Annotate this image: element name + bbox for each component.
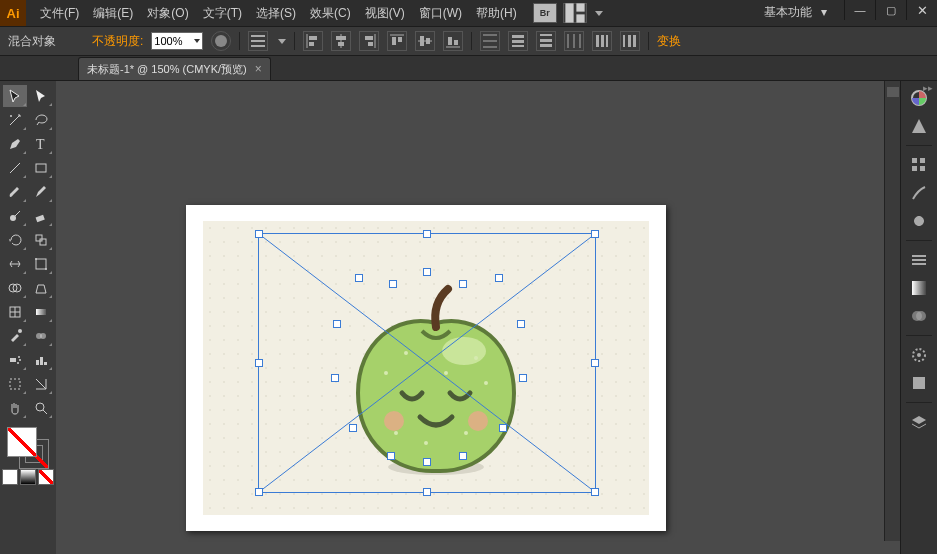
anchor-point[interactable] (349, 424, 357, 432)
tool-gradient[interactable] (29, 301, 53, 323)
maximize-button[interactable]: ▢ (875, 0, 906, 20)
chevron-down-icon[interactable] (595, 11, 603, 16)
color-guide-panel-icon[interactable] (907, 115, 931, 137)
align-right-icon[interactable] (359, 31, 379, 51)
anchor-point[interactable] (389, 280, 397, 288)
stroke-panel-icon[interactable] (907, 249, 931, 271)
anchor-point[interactable] (519, 374, 527, 382)
graphic-styles-panel-icon[interactable] (907, 372, 931, 394)
tool-selection[interactable] (3, 85, 27, 107)
tool-magic-wand[interactable] (3, 109, 27, 131)
distribute-h-left-icon[interactable] (564, 31, 584, 51)
tool-scale[interactable] (29, 229, 53, 251)
layers-panel-icon[interactable] (907, 411, 931, 433)
appearance-panel-icon[interactable] (907, 344, 931, 366)
artboard[interactable] (186, 205, 666, 531)
align-bottom-icon[interactable] (443, 31, 463, 51)
brushes-panel-icon[interactable] (907, 182, 931, 204)
tool-symbol-sprayer[interactable] (3, 349, 27, 371)
tool-pen[interactable] (3, 133, 27, 155)
opacity-input[interactable]: 100% (151, 32, 203, 50)
fill-swatch[interactable] (7, 427, 37, 457)
anchor-point[interactable] (499, 424, 507, 432)
none-mode-icon[interactable] (38, 469, 54, 485)
handle-br[interactable] (591, 488, 599, 496)
anchor-point[interactable] (331, 374, 339, 382)
tool-line[interactable] (3, 157, 27, 179)
anchor-point[interactable] (423, 268, 431, 276)
workspace-switcher[interactable]: 基本功能 ▾ (764, 4, 827, 21)
tool-column-graph[interactable] (29, 349, 53, 371)
tool-hand[interactable] (3, 397, 27, 419)
swatches-panel-icon[interactable] (907, 154, 931, 176)
align-top-icon[interactable] (387, 31, 407, 51)
menu-select[interactable]: 选择(S) (250, 1, 302, 26)
align-vcenter-icon[interactable] (415, 31, 435, 51)
transparency-panel-icon[interactable] (907, 305, 931, 327)
tool-type[interactable]: T (29, 133, 53, 155)
menu-edit[interactable]: 编辑(E) (87, 1, 139, 26)
tool-direct-selection[interactable] (29, 85, 53, 107)
handle-bl[interactable] (255, 488, 263, 496)
menu-view[interactable]: 视图(V) (359, 1, 411, 26)
symbols-panel-icon[interactable] (907, 210, 931, 232)
distribute-v-center-icon[interactable] (508, 31, 528, 51)
tool-pencil[interactable] (29, 181, 53, 203)
handle-ml[interactable] (255, 359, 263, 367)
anchor-point[interactable] (495, 274, 503, 282)
distribute-h-right-icon[interactable] (620, 31, 640, 51)
anchor-point[interactable] (459, 280, 467, 288)
transform-link[interactable]: 变换 (657, 33, 681, 50)
menu-file[interactable]: 文件(F) (34, 1, 85, 26)
anchor-point[interactable] (333, 320, 341, 328)
anchor-point[interactable] (517, 320, 525, 328)
tool-rectangle[interactable] (29, 157, 53, 179)
gradient-mode-icon[interactable] (20, 469, 36, 485)
scrollbar-thumb[interactable] (887, 87, 899, 97)
chevron-down-icon[interactable] (278, 39, 286, 44)
tool-free-transform[interactable] (29, 253, 53, 275)
handle-mr[interactable] (591, 359, 599, 367)
close-button[interactable]: ✕ (906, 0, 937, 20)
arrange-docs-icon[interactable] (563, 3, 587, 23)
align-menu-icon[interactable] (248, 31, 268, 51)
tool-paintbrush[interactable] (3, 181, 27, 203)
anchor-point[interactable] (423, 458, 431, 466)
handle-tr[interactable] (591, 230, 599, 238)
tool-rotate[interactable] (3, 229, 27, 251)
minimize-button[interactable]: — (844, 0, 875, 20)
handle-tl[interactable] (255, 230, 263, 238)
tool-mesh[interactable] (3, 301, 27, 323)
distribute-v-top-icon[interactable] (480, 31, 500, 51)
tool-shape-builder[interactable] (3, 277, 27, 299)
tool-blend[interactable] (29, 325, 53, 347)
fill-stroke-swatch[interactable] (5, 425, 51, 467)
handle-bc[interactable] (423, 488, 431, 496)
distribute-v-bottom-icon[interactable] (536, 31, 556, 51)
tool-eyedropper[interactable] (3, 325, 27, 347)
align-left-icon[interactable] (303, 31, 323, 51)
anchor-point[interactable] (459, 452, 467, 460)
menu-effect[interactable]: 效果(C) (304, 1, 357, 26)
selection-bounding-box[interactable] (258, 233, 596, 493)
align-hcenter-icon[interactable] (331, 31, 351, 51)
tool-lasso[interactable] (29, 109, 53, 131)
menu-object[interactable]: 对象(O) (141, 1, 194, 26)
tool-eraser[interactable] (29, 205, 53, 227)
anchor-point[interactable] (355, 274, 363, 282)
menu-help[interactable]: 帮助(H) (470, 1, 523, 26)
bridge-icon[interactable]: Br (533, 3, 557, 23)
tool-artboard[interactable] (3, 373, 27, 395)
handle-tc[interactable] (423, 230, 431, 238)
menu-window[interactable]: 窗口(W) (413, 1, 468, 26)
recolor-artwork-icon[interactable] (211, 31, 231, 51)
tool-slice[interactable] (29, 373, 53, 395)
menu-type[interactable]: 文字(T) (197, 1, 248, 26)
collapse-chevron-icon[interactable]: ▸▸ (923, 83, 933, 93)
tool-width[interactable] (3, 253, 27, 275)
tab-close-icon[interactable]: × (255, 62, 262, 76)
tool-blob-brush[interactable] (3, 205, 27, 227)
gradient-panel-icon[interactable] (907, 277, 931, 299)
vertical-scrollbar[interactable] (884, 81, 901, 541)
distribute-h-center-icon[interactable] (592, 31, 612, 51)
